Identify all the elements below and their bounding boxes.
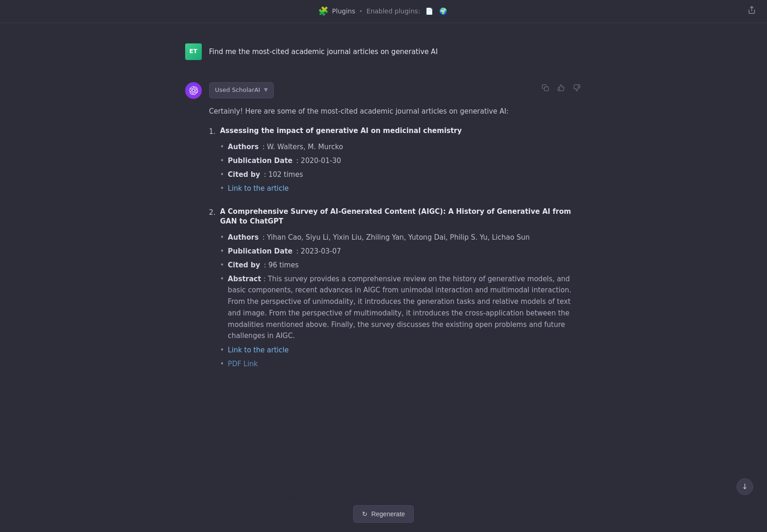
assistant-actions bbox=[540, 82, 582, 95]
article-item-2: A Comprehensive Survey of AI-Generated C… bbox=[209, 207, 582, 370]
article-1-title: Assessing the impact of generative AI on… bbox=[220, 126, 582, 136]
plugin1-icon: 📄 bbox=[425, 6, 433, 16]
plugin-badges: 📄 🌍 bbox=[424, 6, 449, 17]
assistant-content: Used ScholarAI ▼ Certainly! Here are som… bbox=[209, 82, 582, 382]
user-message-text: Find me the most-cited academic journal … bbox=[209, 43, 438, 57]
chat-container: ET Find me the most-cited academic journ… bbox=[176, 23, 592, 440]
bottom-bar: ↻ Regenerate bbox=[0, 496, 767, 532]
plugin2-icon: 🌍 bbox=[439, 6, 447, 16]
article-item-1: Assessing the impact of generative AI on… bbox=[209, 126, 582, 194]
regenerate-button[interactable]: ↻ Regenerate bbox=[353, 505, 414, 523]
chevron-down-icon: ▼ bbox=[264, 86, 267, 94]
response-intro: Certainly! Here are some of the most-cit… bbox=[209, 106, 582, 117]
article-1-cited: Cited by : 102 times bbox=[220, 169, 582, 180]
puzzle-icon: 🧩 bbox=[318, 5, 328, 18]
user-message: ET Find me the most-cited academic journ… bbox=[185, 32, 582, 71]
plugin-used-dropdown[interactable]: Used ScholarAI ▼ bbox=[209, 82, 274, 98]
top-bar-actions bbox=[746, 4, 758, 18]
article-1-pubdate: Publication Date : 2020-01-30 bbox=[220, 155, 582, 166]
article-2-title: A Comprehensive Survey of AI-Generated C… bbox=[220, 207, 582, 226]
thumbs-down-button[interactable] bbox=[571, 82, 582, 95]
article-1-details: Authors : W. Walters, M. Murcko Publicat… bbox=[220, 141, 582, 194]
article-1-link[interactable]: Link to the article bbox=[228, 183, 289, 194]
article-2-link-item: Link to the article bbox=[220, 345, 582, 356]
plugin-used-label: Used ScholarAI bbox=[215, 85, 260, 95]
assistant-avatar bbox=[185, 82, 202, 99]
user-avatar: ET bbox=[185, 43, 202, 60]
plugin-badge-2[interactable]: 🌍 bbox=[438, 6, 449, 17]
assistant-message: Used ScholarAI ▼ Certainly! Here are som… bbox=[185, 71, 582, 393]
share-button[interactable] bbox=[746, 4, 758, 18]
regenerate-label: Regenerate bbox=[371, 510, 405, 518]
article-2-details: Authors : Yihan Cao, Siyu Li, Yixin Liu,… bbox=[220, 232, 582, 370]
regenerate-icon: ↻ bbox=[362, 510, 368, 518]
svg-rect-1 bbox=[544, 87, 549, 91]
article-2-cited: Cited by : 96 times bbox=[220, 260, 582, 271]
scroll-bottom-button[interactable]: ↓ bbox=[737, 478, 753, 495]
plugins-label: Plugins bbox=[332, 6, 355, 16]
article-2-link[interactable]: Link to the article bbox=[228, 345, 289, 356]
separator: • bbox=[359, 6, 362, 16]
article-2-abstract-item: Abstract : This survey provides a compre… bbox=[220, 273, 582, 342]
article-2-pubdate: Publication Date : 2023-03-07 bbox=[220, 246, 582, 257]
article-2-authors: Authors : Yihan Cao, Siyu Li, Yixin Liu,… bbox=[220, 232, 582, 243]
article-1-authors: Authors : W. Walters, M. Murcko bbox=[220, 141, 582, 152]
article-list: Assessing the impact of generative AI on… bbox=[209, 126, 582, 370]
article-1-link-item: Link to the article bbox=[220, 183, 582, 194]
plugin-badge-1[interactable]: 📄 bbox=[424, 6, 435, 17]
top-bar: 🧩 Plugins • Enabled plugins: 📄 🌍 bbox=[0, 0, 767, 23]
article-2-pdf-item: PDF Link bbox=[220, 358, 582, 369]
enabled-label: Enabled plugins: bbox=[367, 6, 420, 16]
plugins-info: 🧩 Plugins • Enabled plugins: 📄 🌍 bbox=[318, 5, 449, 18]
scroll-down-icon: ↓ bbox=[742, 481, 748, 493]
copy-button[interactable] bbox=[540, 82, 551, 95]
article-2-pdf-link[interactable]: PDF Link bbox=[228, 358, 258, 369]
thumbs-up-button[interactable] bbox=[556, 82, 567, 95]
